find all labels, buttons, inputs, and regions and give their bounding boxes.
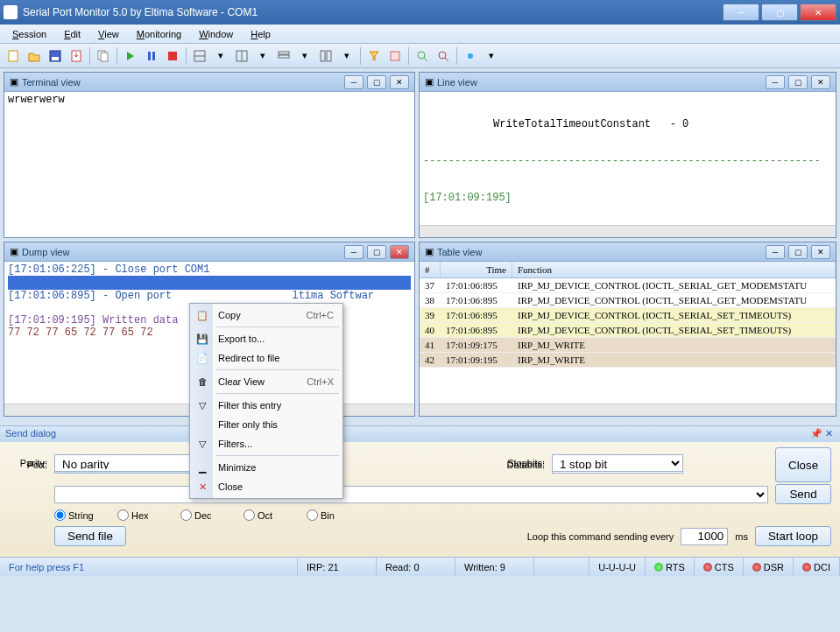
clear-icon[interactable] <box>385 46 405 66</box>
table-header: # Time Function <box>420 262 836 278</box>
loop-interval-input[interactable] <box>681 528 728 545</box>
export-icon: 💾 <box>195 332 209 346</box>
dump-maximize[interactable]: ▢ <box>367 245 386 259</box>
open-icon[interactable] <box>25 46 44 66</box>
status-written: Written: 9 <box>455 558 534 576</box>
copy-icon[interactable] <box>94 46 113 66</box>
menu-view[interactable]: View <box>91 27 126 41</box>
line-view-window: ▣ Line view ─ ▢ ✕ WriteTotalTimeoutConst… <box>419 72 836 238</box>
ctx-filters[interactable]: ▽ Filters... <box>192 434 341 453</box>
table-maximize[interactable]: ▢ <box>788 245 808 259</box>
dump-line2: [17:01:06:895] - Open port <box>8 290 178 302</box>
ctx-minimize[interactable]: ▁ Minimize <box>192 458 341 477</box>
table-close[interactable]: ✕ <box>811 245 830 259</box>
dump-title: Dump view <box>22 247 341 257</box>
table-row[interactable]: 4217:01:09:195IRP_MJ_WRITE <box>420 353 836 368</box>
dump-icon: ▣ <box>10 246 18 257</box>
terminal-close[interactable]: ✕ <box>390 75 409 89</box>
zoom-out-icon[interactable] <box>434 46 453 66</box>
view6-icon[interactable]: ▾ <box>295 46 314 66</box>
table-row[interactable]: 3817:01:06:895IRP_MJ_DEVICE_CONTROL (IOC… <box>420 293 836 308</box>
view4-icon[interactable]: ▾ <box>253 46 272 66</box>
dump-line2b: ltima Softwar <box>292 290 374 302</box>
terminal-maximize[interactable]: ▢ <box>367 75 386 89</box>
menu-session[interactable]: Session <box>5 27 53 41</box>
line-hscroll[interactable] <box>420 225 836 237</box>
table-view-window: ▣ Table view ─ ▢ ✕ # Time Function 3717:… <box>419 242 836 417</box>
send-file-button[interactable]: Send file <box>54 526 126 546</box>
settings-dropdown-icon[interactable]: ▾ <box>482 46 501 66</box>
export-icon[interactable] <box>67 46 86 66</box>
terminal-minimize[interactable]: ─ <box>344 75 364 89</box>
view2-icon[interactable]: ▾ <box>211 46 230 66</box>
close-port-button[interactable]: Close <box>775 447 831 482</box>
table-row[interactable]: 3917:01:06:895IRP_MJ_DEVICE_CONTROL (IOC… <box>420 308 836 323</box>
ctx-export[interactable]: 💾 Export to... <box>192 329 341 348</box>
svg-rect-13 <box>279 52 289 54</box>
dump-close[interactable]: ✕ <box>390 245 409 259</box>
close-button[interactable]: ✕ <box>800 4 836 21</box>
ctx-filter-entry[interactable]: ▽ Filter this entry <box>192 396 341 415</box>
svg-rect-16 <box>327 51 331 61</box>
table-row[interactable]: 3717:01:06:895IRP_MJ_DEVICE_CONTROL (IOC… <box>420 278 836 293</box>
menu-window[interactable]: Window <box>192 27 240 41</box>
svg-line-21 <box>445 58 448 61</box>
fmt-dec[interactable]: Dec <box>180 509 219 521</box>
line-maximize[interactable]: ▢ <box>788 75 808 89</box>
ctx-copy[interactable]: 📋 Copy Ctrl+C <box>192 305 341 325</box>
view5-icon[interactable] <box>274 46 293 66</box>
view1-icon[interactable] <box>190 46 209 66</box>
status-irp: IRP: 21 <box>298 558 377 576</box>
status-uuuu: U-U-U-U <box>589 558 646 576</box>
send-button[interactable]: Send <box>775 484 831 504</box>
table-minimize[interactable]: ─ <box>766 245 785 259</box>
ctx-filter-only[interactable]: Filter only this <box>192 415 341 434</box>
save-icon[interactable] <box>46 46 65 66</box>
stop-icon[interactable] <box>163 46 182 66</box>
filter-icon[interactable] <box>364 46 384 66</box>
fmt-hex[interactable]: Hex <box>117 509 156 521</box>
line-close[interactable]: ✕ <box>811 75 830 89</box>
play-icon[interactable] <box>121 46 140 66</box>
terminal-body[interactable]: wrwerwerw <box>4 92 414 237</box>
ctx-clear[interactable]: 🗑 Clear View Ctrl+X <box>192 372 341 391</box>
menu-edit[interactable]: Edit <box>57 27 88 41</box>
view7-icon[interactable] <box>316 46 335 66</box>
col-time[interactable]: Time <box>441 262 512 277</box>
stopbits-select[interactable]: 1 stop bit <box>552 454 683 472</box>
send-data-input[interactable] <box>54 486 768 503</box>
new-icon[interactable] <box>4 46 23 66</box>
line-minimize[interactable]: ─ <box>766 75 785 89</box>
terminal-content: wrwerwerw <box>8 94 65 106</box>
ctx-redirect[interactable]: 📄 Redirect to file <box>192 348 341 368</box>
table-row[interactable]: 4017:01:06:895IRP_MJ_DEVICE_CONTROL (IOC… <box>420 323 836 338</box>
pin-icon[interactable]: 📌 <box>810 428 822 440</box>
fmt-bin[interactable]: Bin <box>307 509 345 521</box>
pause-icon[interactable] <box>142 46 161 66</box>
maximize-button[interactable]: ▢ <box>761 4 798 21</box>
line-body[interactable]: WriteTotalTimeoutConstant - 0 ----------… <box>420 92 836 225</box>
menu-monitoring[interactable]: Monitoring <box>130 27 188 41</box>
view3-icon[interactable] <box>232 46 251 66</box>
col-num[interactable]: # <box>420 262 441 277</box>
menu-help[interactable]: Help <box>244 27 278 41</box>
fmt-string[interactable]: String <box>54 509 93 521</box>
col-func[interactable]: Function <box>512 262 836 277</box>
dump-minimize[interactable]: ─ <box>344 245 364 259</box>
zoom-in-icon[interactable] <box>413 46 432 66</box>
status-dsr: DSR <box>744 558 794 576</box>
svg-rect-0 <box>9 51 18 61</box>
table-row[interactable]: 4117:01:09:175IRP_MJ_WRITE <box>420 338 836 353</box>
ctx-close[interactable]: ✕ Close <box>192 477 341 496</box>
table-hscroll[interactable] <box>420 404 836 416</box>
start-loop-button[interactable]: Start loop <box>755 526 831 546</box>
view8-icon[interactable]: ▾ <box>337 46 356 66</box>
stopbits-label: Stopbits: <box>498 458 545 468</box>
dump-selection[interactable] <box>8 276 411 290</box>
settings-icon[interactable] <box>461 46 480 66</box>
terminal-icon: ▣ <box>10 76 18 88</box>
close-panel-icon[interactable]: ✕ <box>822 428 835 440</box>
minimize-button[interactable]: ─ <box>723 4 759 21</box>
table-body[interactable]: # Time Function 3717:01:06:895IRP_MJ_DEV… <box>420 262 836 404</box>
fmt-oct[interactable]: Oct <box>244 509 282 521</box>
